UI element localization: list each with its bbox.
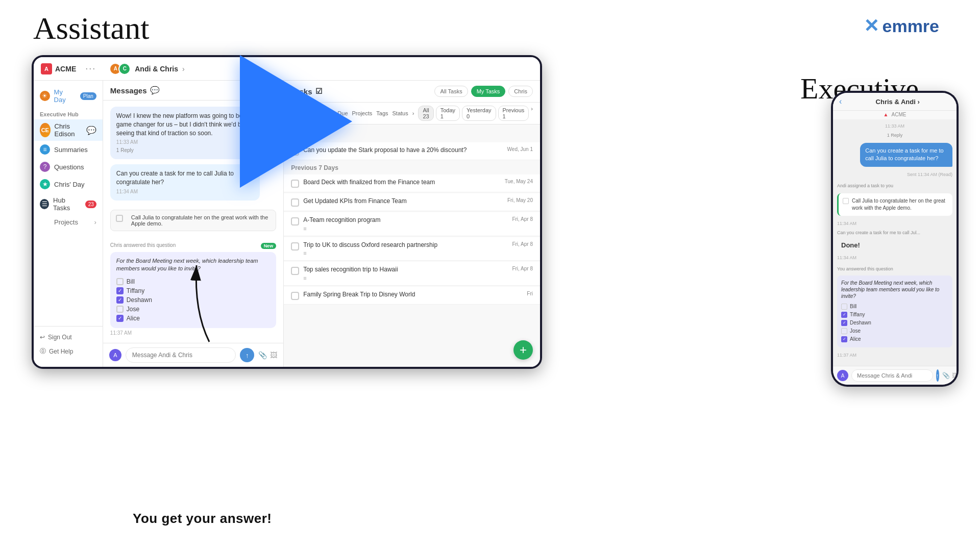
- tab-all-tasks[interactable]: All Tasks: [434, 86, 468, 97]
- add-task-button[interactable]: +: [513, 340, 533, 360]
- option-tiffany-checkbox[interactable]: ✓: [116, 287, 124, 294]
- task-prev-5-checkbox[interactable]: [291, 267, 299, 275]
- task-preview-text: Call Julia to congratulate her on the gr…: [131, 214, 271, 227]
- dots-menu[interactable]: ···: [85, 63, 96, 74]
- task-prev-6-title: Family Spring Break Trip to Disney World: [303, 291, 523, 299]
- hubtasks-icon: ☰: [40, 199, 49, 209]
- tab-chris[interactable]: Chris: [508, 86, 533, 97]
- task-preview-checkbox[interactable]: [116, 215, 123, 222]
- message-2: Can you create a task for me to call Jul…: [110, 164, 260, 201]
- question-text: For the Board Meeting next week, which l…: [116, 257, 270, 273]
- message-input[interactable]: [126, 347, 236, 363]
- sidebar-item-questions[interactable]: ? Questions: [34, 158, 103, 176]
- phone-assigned-text: Andi assigned a task to you: [837, 183, 952, 188]
- avatar-chris: C: [118, 63, 131, 75]
- phone-option-bill: Bill: [841, 303, 948, 311]
- phone-option-alice-cb[interactable]: ✓: [841, 336, 847, 342]
- sidebar-myday-label: My Day: [54, 88, 76, 104]
- task-prev-6-checkbox[interactable]: [291, 292, 299, 300]
- task-preview: Call Julia to congratulate her on the gr…: [110, 210, 276, 231]
- send-button[interactable]: ↑: [240, 348, 254, 362]
- phone-time-2: 11:34 AM: [837, 221, 952, 226]
- task-prev-5-icon: ≡: [303, 275, 508, 281]
- sidebar-questions-label: Questions: [54, 163, 84, 171]
- phone-message-right-time: Sent 11:34 AM (Read): [837, 172, 952, 177]
- option-bill-checkbox[interactable]: [116, 278, 124, 285]
- gethelp-item[interactable]: ⓪ Get Help: [34, 344, 103, 359]
- option-alice-checkbox[interactable]: ✓: [116, 315, 124, 322]
- signout-arrow-icon: ↩: [40, 334, 45, 341]
- phone-question-card: For the Board Meeting next week, which l…: [837, 276, 952, 347]
- task-row-prev-3: A-Team recognition program ≡ Fri, Apr 8: [284, 212, 540, 236]
- phone-option-bill-cb[interactable]: [841, 304, 847, 310]
- filter-btn-yesterday[interactable]: Yesterday 0: [462, 106, 496, 121]
- avatar-group: A C: [109, 63, 131, 75]
- filter-btn-previous[interactable]: Previous 1: [498, 106, 529, 121]
- task-prev-3-info: A-Team recognition program ≡: [303, 216, 508, 232]
- task-tabs: All Tasks My Tasks Chris: [434, 86, 533, 97]
- phone-can-you-text: Can you create a task for me to call Jul…: [837, 230, 952, 235]
- phone-input-avatar: A: [837, 370, 848, 381]
- task-prev-5-title: Top sales recognition trip to Hawaii: [303, 266, 508, 274]
- tab-my-tasks[interactable]: My Tasks: [471, 86, 506, 97]
- phone-clip-icon: 📎: [942, 372, 950, 379]
- phone-option-deshawn-cb[interactable]: ✓: [841, 320, 847, 326]
- phone-option-tiffany-cb[interactable]: ✓: [841, 312, 847, 318]
- phone-chat-title: Chris & Andi ›: [845, 98, 950, 106]
- projects-label: Projects: [352, 110, 373, 116]
- phone-option-alice-label: Alice: [850, 336, 861, 342]
- phone-attach-icons: 📎 🖼: [942, 372, 957, 379]
- sidebar-item-chris[interactable]: CE Chris Edison 💬: [34, 119, 103, 141]
- sidebar-item-chrisday[interactable]: ★ Chris' Day: [34, 176, 103, 193]
- message-2-text: Can you create a task for me to call Jul…: [116, 170, 234, 186]
- filter-btn-all[interactable]: All 23: [418, 106, 433, 121]
- phone-task-checkbox[interactable]: [843, 198, 849, 204]
- phone-option-jose-cb[interactable]: [841, 328, 847, 334]
- task-row-prev-4: Trip to UK to discuss Oxford research pa…: [284, 237, 540, 261]
- phone-inner: ‹ Chris & Andi › ▲ ACME 11:33 AM 1 Reply…: [833, 93, 957, 385]
- option-deshawn: ✓ Deshawn: [116, 295, 270, 305]
- play-button[interactable]: [240, 55, 352, 188]
- sidebar: ☀ My Day Plan Executive Hub CE Chris Edi…: [34, 81, 103, 367]
- task-prev-4-checkbox[interactable]: [291, 242, 299, 251]
- phone-top-bar: ‹ Chris & Andi ›: [833, 93, 957, 111]
- message-1-reply[interactable]: 1 Reply: [116, 147, 254, 154]
- signout-item[interactable]: ↩ Sign Out: [34, 331, 103, 344]
- task-row-prev-2: Get Updated KPIs from Finance Team Fri, …: [284, 193, 540, 211]
- option-deshawn-checkbox[interactable]: ✓: [116, 296, 124, 304]
- emmre-text: emmre: [882, 16, 939, 36]
- task-prev-5-info: Top sales recognition trip to Hawaii ≡: [303, 266, 508, 281]
- status-chevron-icon: ›: [412, 110, 414, 116]
- help-icon: ⓪: [40, 347, 46, 356]
- task-prev-3-date: Fri, Apr 8: [512, 216, 533, 222]
- hub-tasks-badge: 23: [85, 201, 96, 208]
- message-3-time: 11:37 AM: [110, 330, 276, 336]
- question-card: For the Board Meeting next week, which l…: [110, 252, 276, 328]
- phone-acme-icon: ▲: [883, 112, 888, 117]
- phone-back-button[interactable]: ‹: [839, 97, 842, 106]
- option-jose-checkbox[interactable]: [116, 306, 124, 313]
- sidebar-item-projects[interactable]: Projects ›: [34, 215, 103, 229]
- phone-frame: ‹ Chris & Andi › ▲ ACME 11:33 AM 1 Reply…: [831, 91, 959, 387]
- option-tiffany-label: Tiffany: [127, 287, 144, 294]
- task-prev-2-checkbox[interactable]: [291, 198, 299, 207]
- filter-btn-today[interactable]: Today 1: [436, 106, 460, 121]
- sidebar-item-hubtasks[interactable]: ☰ Hub Tasks 23: [34, 193, 103, 215]
- chat-header: A C Andi & Chris ›: [109, 63, 184, 75]
- task-prev-2-title: Get Updated KPIs from Finance Team: [303, 197, 503, 206]
- sidebar-bottom: ↩ Sign Out ⓪ Get Help: [34, 326, 103, 363]
- phone-message-input[interactable]: [851, 369, 933, 382]
- messages-title: Messages 💬: [110, 86, 160, 95]
- emmre-x-icon: ✕: [864, 15, 879, 37]
- chevron-right-icon: ›: [182, 65, 185, 73]
- task-prev-4-info: Trip to UK to discuss Oxford research pa…: [303, 241, 508, 257]
- sidebar-item-myday[interactable]: ☀ My Day Plan: [34, 85, 103, 107]
- option-bill: Bill: [116, 277, 270, 286]
- status-label: Status: [393, 110, 408, 116]
- sidebar-item-summaries[interactable]: ≡ Summaries: [34, 141, 103, 158]
- message-1-text: Wow! I knew the new platform was going t…: [116, 112, 248, 137]
- phone-option-deshawn-label: Deshawn: [850, 320, 871, 325]
- task-prev-3-checkbox[interactable]: [291, 217, 299, 226]
- phone-send-button[interactable]: ↑: [936, 369, 939, 382]
- plan-badge: Plan: [80, 92, 96, 100]
